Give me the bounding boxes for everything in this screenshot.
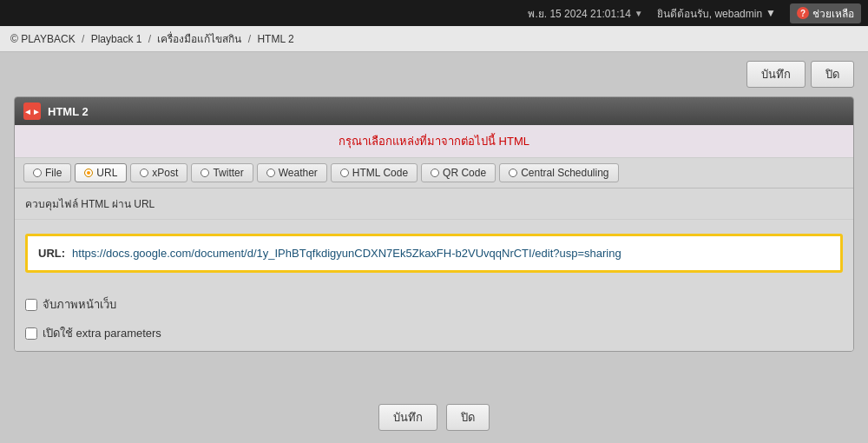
datetime-text: พ.ย. 15 2024 21:01:14 xyxy=(528,5,630,22)
close-button-top[interactable]: ปิด xyxy=(811,61,854,88)
breadcrumb-item-2: Playback 1 xyxy=(91,33,142,45)
url-label: URL: xyxy=(38,247,65,260)
tabs-row: File URL xPost Twitter Weather HTML Code xyxy=(15,158,853,188)
topbar-user: ยินดีต้อนรับ, webadmin ▼ xyxy=(657,5,776,22)
extra-params-checkbox[interactable] xyxy=(25,327,37,340)
main-content: บันทึก ปิด ◄► HTML 2 กรุณาเลือกแหล่งที่ม… xyxy=(0,52,868,360)
panel-icon: ◄► xyxy=(23,102,41,120)
url-input[interactable] xyxy=(72,247,830,260)
checkboxes-area: จับภาพหน้าเว็บ เปิดใช้ extra parameters xyxy=(15,287,853,351)
user-label: ยินดีต้อนรับ, webadmin xyxy=(657,5,762,22)
extra-params-label: เปิดใช้ extra parameters xyxy=(43,324,161,342)
breadcrumb-sep-1: / xyxy=(82,33,84,45)
tab-url[interactable]: URL xyxy=(75,163,127,182)
url-area: URL: xyxy=(15,220,853,287)
tab-html-code-radio xyxy=(340,169,349,177)
bottom-spacer xyxy=(0,360,868,395)
close-button-bottom[interactable]: ปิด xyxy=(446,404,490,431)
top-buttons: บันทึก ปิด xyxy=(14,61,854,88)
tab-file[interactable]: File xyxy=(23,163,71,182)
help-button[interactable]: ? ช่วยเหลือ xyxy=(790,3,861,23)
breadcrumb-item-3: เครื่องมือแก้ไขสกิน xyxy=(157,33,241,45)
topbar-datetime: พ.ย. 15 2024 21:01:14 ▼ xyxy=(528,5,642,22)
tab-xpost[interactable]: xPost xyxy=(130,163,187,182)
tab-qr-code-label: QR Code xyxy=(443,167,486,179)
breadcrumb-sep-3: / xyxy=(248,33,251,45)
screenshot-label: จับภาพหน้าเว็บ xyxy=(43,295,116,314)
save-button-bottom[interactable]: บันทึก xyxy=(378,404,437,431)
tab-twitter[interactable]: Twitter xyxy=(191,163,253,182)
checkbox-row-1: จับภาพหน้าเว็บ xyxy=(25,295,843,314)
tab-central-scheduling-label: Central Scheduling xyxy=(521,167,608,179)
tab-weather-radio xyxy=(266,169,275,177)
url-row: URL: xyxy=(25,234,843,273)
help-label: ช่วยเหลือ xyxy=(812,5,854,22)
tab-xpost-radio xyxy=(140,169,148,177)
breadcrumb: © PLAYBACK / Playback 1 / เครื่องมือแก้ไ… xyxy=(10,30,294,47)
breadcrumb-sep-2: / xyxy=(148,33,151,45)
topbar: พ.ย. 15 2024 21:01:14 ▼ ยินดีต้อนรับ, we… xyxy=(0,0,868,26)
html-panel: ◄► HTML 2 กรุณาเลือกแหล่งที่มาจากต่อไปนี… xyxy=(14,96,854,352)
tab-weather-label: Weather xyxy=(279,167,318,179)
datetime-dropdown-icon[interactable]: ▼ xyxy=(635,9,643,18)
tab-url-label: URL xyxy=(96,167,117,179)
screenshot-checkbox[interactable] xyxy=(25,299,37,311)
tab-html-code-label: HTML Code xyxy=(352,167,408,179)
breadcrumb-bar: © PLAYBACK / Playback 1 / เครื่องมือแก้ไ… xyxy=(0,26,868,52)
tab-html-code[interactable]: HTML Code xyxy=(331,163,418,182)
tab-file-label: File xyxy=(45,167,62,179)
help-icon: ? xyxy=(797,7,809,19)
section-label: ควบคุมไฟล์ HTML ผ่าน URL xyxy=(15,188,853,220)
tab-twitter-radio xyxy=(201,169,209,177)
checkbox-row-2: เปิดใช้ extra parameters xyxy=(25,324,843,342)
tab-twitter-label: Twitter xyxy=(213,167,243,179)
panel-title: HTML 2 xyxy=(48,105,89,118)
breadcrumb-item-4: HTML 2 xyxy=(257,33,293,45)
tab-central-scheduling[interactable]: Central Scheduling xyxy=(499,163,618,182)
tab-qr-code-radio xyxy=(431,169,439,177)
tab-url-radio xyxy=(84,169,93,177)
tab-qr-code[interactable]: QR Code xyxy=(421,163,496,182)
breadcrumb-item-1: © PLAYBACK xyxy=(10,33,76,45)
bottom-buttons: บันทึก ปิด xyxy=(0,395,868,440)
tab-weather[interactable]: Weather xyxy=(257,163,327,182)
save-button-top[interactable]: บันทึก xyxy=(746,61,806,88)
instruction-text: กรุณาเลือกแหล่งที่มาจากต่อไปนี้ HTML xyxy=(339,135,529,148)
tab-file-radio xyxy=(33,169,42,177)
tab-xpost-label: xPost xyxy=(152,167,178,179)
panel-header: ◄► HTML 2 xyxy=(15,97,853,125)
instruction-bar: กรุณาเลือกแหล่งที่มาจากต่อไปนี้ HTML xyxy=(15,125,853,158)
tab-central-scheduling-radio xyxy=(509,169,517,177)
user-dropdown-icon[interactable]: ▼ xyxy=(766,7,776,19)
